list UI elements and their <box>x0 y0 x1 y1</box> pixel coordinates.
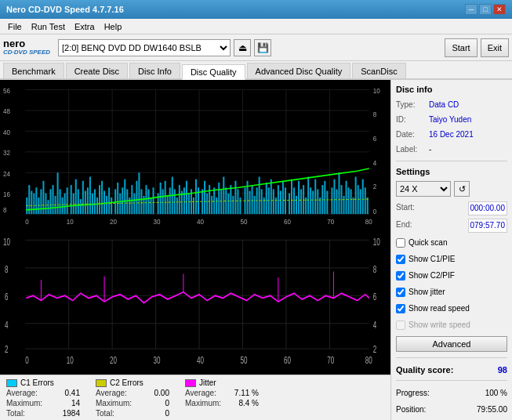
svg-rect-127 <box>252 185 253 214</box>
speed-row: 24 X ↺ <box>396 181 507 197</box>
jitter-max-value: 8.4 % <box>227 399 259 407</box>
svg-rect-64 <box>94 189 96 214</box>
show-c1pie-label: Show C1/PIE <box>409 252 455 266</box>
start-button[interactable]: Start <box>445 38 477 57</box>
svg-rect-116 <box>223 177 224 215</box>
svg-rect-126 <box>249 191 251 215</box>
svg-rect-174 <box>367 197 369 214</box>
svg-text:6: 6 <box>5 292 9 302</box>
svg-rect-59 <box>82 181 84 214</box>
menu-run-test[interactable]: Run Test <box>27 20 70 33</box>
svg-rect-65 <box>96 197 98 214</box>
chart-c1c2: 56 48 40 32 24 16 8 10 8 6 4 2 0 0 10 <box>2 81 389 226</box>
show-jitter-checkbox[interactable] <box>396 288 405 297</box>
svg-text:48: 48 <box>3 108 10 115</box>
svg-rect-80 <box>133 194 135 214</box>
show-c1pie-checkbox[interactable] <box>396 255 405 264</box>
tab-scan-disc[interactable]: ScanDisc <box>352 63 405 78</box>
svg-rect-138 <box>278 185 279 214</box>
svg-text:10: 10 <box>67 355 74 365</box>
svg-text:70: 70 <box>327 219 334 226</box>
svg-rect-68 <box>103 191 105 215</box>
svg-rect-63 <box>92 194 93 214</box>
tab-disc-info[interactable]: Disc Info <box>129 63 180 78</box>
tab-create-disc[interactable]: Create Disc <box>66 63 128 78</box>
main-content: 56 48 40 32 24 16 8 10 8 6 4 2 0 0 10 <box>0 80 512 420</box>
close-button[interactable]: ✕ <box>493 4 506 15</box>
menu-help[interactable]: Help <box>100 20 127 33</box>
title-text: Nero CD-DVD Speed 4.7.7.16 <box>6 5 124 14</box>
advanced-button[interactable]: Advanced <box>396 336 507 352</box>
c2-color-swatch <box>96 379 107 387</box>
show-c2pif-row[interactable]: Show C2/PIF <box>396 269 507 282</box>
svg-rect-158 <box>326 191 328 215</box>
divider-3 <box>396 380 507 381</box>
svg-rect-139 <box>280 191 281 215</box>
svg-text:80: 80 <box>365 355 372 365</box>
c2-max-label: Maximum: <box>96 399 135 407</box>
tab-benchmark[interactable]: Benchmark <box>3 63 64 78</box>
show-jitter-row[interactable]: Show jitter <box>396 285 507 299</box>
menu-file[interactable]: File <box>3 20 27 33</box>
svg-rect-121 <box>234 181 236 214</box>
title-bar: Nero CD-DVD Speed 4.7.7.16 ─ □ ✕ <box>0 0 512 19</box>
svg-text:56: 56 <box>3 88 10 95</box>
svg-rect-123 <box>239 197 241 214</box>
svg-rect-60 <box>85 191 86 215</box>
save-icon[interactable]: 💾 <box>254 39 271 56</box>
svg-rect-153 <box>314 179 316 214</box>
svg-rect-122 <box>237 189 238 214</box>
charts-inner: 56 48 40 32 24 16 8 10 8 6 4 2 0 0 10 <box>0 80 390 375</box>
svg-rect-61 <box>87 187 89 214</box>
show-read-speed-row[interactable]: Show read speed <box>396 302 507 315</box>
minimize-button[interactable]: ─ <box>465 4 478 15</box>
c2-avg-label: Average: <box>96 389 135 397</box>
type-row: Type: Data CD <box>396 99 507 110</box>
svg-rect-111 <box>211 196 212 214</box>
exit-button[interactable]: Exit <box>481 38 509 57</box>
svg-text:50: 50 <box>240 355 247 365</box>
drive-select[interactable]: [2:0] BENQ DVD DD DW1640 BSLB <box>58 39 231 56</box>
svg-text:6: 6 <box>373 292 377 302</box>
svg-text:0: 0 <box>25 219 29 226</box>
jitter-label: Jitter <box>199 378 216 387</box>
show-c1pie-row[interactable]: Show C1/PIE <box>396 252 507 266</box>
svg-rect-86 <box>148 189 150 214</box>
svg-rect-100 <box>183 187 185 214</box>
show-write-speed-label: Show write speed <box>409 318 470 331</box>
refresh-button[interactable]: ↺ <box>454 181 470 197</box>
svg-text:0: 0 <box>25 355 29 365</box>
c2-total-label: Total: <box>96 409 135 418</box>
svg-rect-173 <box>365 187 366 214</box>
svg-rect-165 <box>346 181 347 214</box>
svg-rect-118 <box>227 194 229 214</box>
menu-extra[interactable]: Extra <box>70 20 100 33</box>
show-read-speed-checkbox[interactable] <box>396 304 405 313</box>
svg-text:60: 60 <box>284 355 291 365</box>
right-panel: Disc info Type: Data CD ID: Taiyo Yuden … <box>390 80 512 420</box>
svg-rect-85 <box>145 185 147 214</box>
tab-disc-quality[interactable]: Disc Quality <box>182 64 245 80</box>
svg-rect-131 <box>261 189 263 214</box>
quick-scan-row[interactable]: Quick scan <box>396 236 507 249</box>
c2-total-value: 0 <box>138 409 169 418</box>
svg-rect-93 <box>167 196 169 214</box>
show-write-speed-checkbox[interactable] <box>396 320 405 330</box>
svg-text:2: 2 <box>5 344 9 354</box>
menu-bar: File Run Test Extra Help <box>0 19 512 34</box>
svg-rect-62 <box>89 177 91 215</box>
svg-rect-57 <box>78 189 79 214</box>
start-label: Start: <box>396 201 415 215</box>
svg-rect-73 <box>117 183 118 214</box>
eject-icon[interactable]: ⏏ <box>234 39 251 56</box>
svg-rect-162 <box>338 172 340 214</box>
quick-scan-checkbox[interactable] <box>396 238 405 248</box>
maximize-button[interactable]: □ <box>479 4 492 15</box>
svg-rect-79 <box>131 185 133 214</box>
show-c2pif-checkbox[interactable] <box>396 271 405 281</box>
svg-rect-46 <box>49 189 51 214</box>
svg-rect-152 <box>312 191 314 215</box>
speed-select[interactable]: 24 X <box>396 181 451 197</box>
tab-advanced-disc-quality[interactable]: Advanced Disc Quality <box>247 63 351 78</box>
svg-rect-109 <box>206 194 208 214</box>
